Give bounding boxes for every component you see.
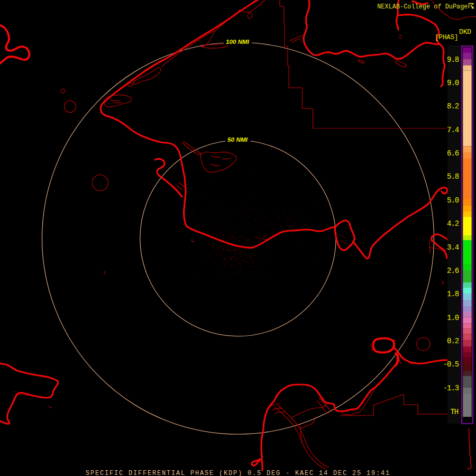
svg-text:0.2: 0.2 [447, 337, 459, 345]
svg-text:4.2: 4.2 [447, 219, 459, 228]
svg-text:5.0: 5.0 [447, 196, 459, 205]
svg-text:SPECIFIC DIFFERENTIAL PHASE (K: SPECIFIC DIFFERENTIAL PHASE (KDP) 0.5 DE… [86, 470, 390, 476]
svg-text:DKD: DKD [459, 28, 471, 36]
svg-text:TH: TH [450, 408, 458, 416]
svg-text:9.0: 9.0 [447, 79, 459, 87]
svg-text:50 NMI: 50 NMI [227, 136, 248, 143]
svg-text:8.2: 8.2 [447, 102, 459, 111]
svg-text:1.8: 1.8 [447, 290, 459, 298]
svg-text:9.8: 9.8 [447, 56, 459, 64]
svg-text:100 NMI: 100 NMI [226, 39, 250, 45]
svg-text:2.6: 2.6 [447, 267, 459, 275]
svg-text:[PHAS]: [PHAS] [435, 34, 458, 41]
svg-text:NEXLAB-College of DuPage: NEXLAB-College of DuPage [377, 3, 468, 11]
svg-text:3.4: 3.4 [447, 243, 459, 252]
svg-text:7.4: 7.4 [447, 126, 459, 134]
svg-text:-1.3: -1.3 [443, 384, 459, 392]
svg-text:-0.5: -0.5 [443, 360, 459, 369]
svg-text:6.6: 6.6 [447, 149, 459, 158]
svg-text:5.8: 5.8 [447, 172, 459, 181]
svg-text:1.0: 1.0 [447, 314, 459, 322]
